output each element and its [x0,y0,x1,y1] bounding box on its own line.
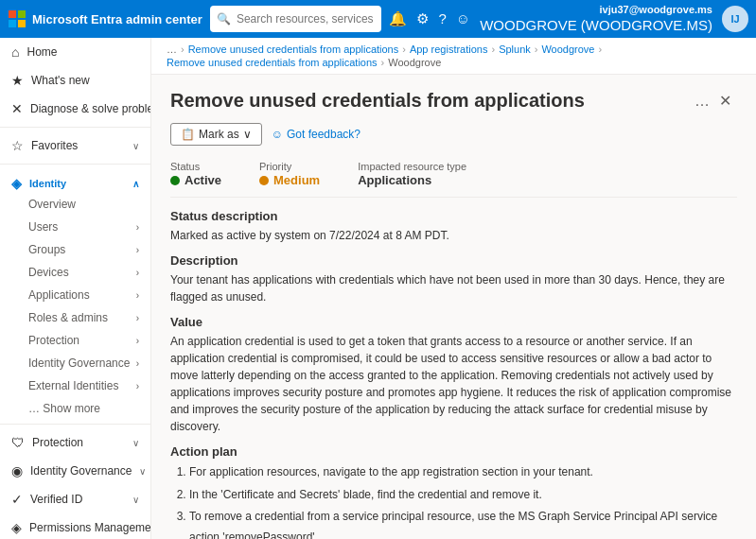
search-input[interactable] [210,6,382,32]
chevron-down-icon: ∨ [132,141,139,151]
sidebar-label-groups: Groups [28,243,65,256]
action-item-1: For application resources, navigate to t… [189,462,737,483]
status-description-text: Marked as active by system on 7/22/2024 … [170,227,737,244]
remove-password-link[interactable]: 'removePassword' [222,530,314,539]
sidebar-item-home[interactable]: ⌂ Home [0,38,150,66]
sidebar-label-diagnose: Diagnose & solve problems [30,102,151,115]
chevron-right-icon: › [136,381,139,391]
impacted-value: Applications [358,173,466,187]
user-avatar[interactable]: IJ [722,6,748,32]
sidebar-item-protection[interactable]: Protection › [0,329,150,352]
description-section: Description Your tenant has applications… [170,253,737,305]
sidebar-item-verified-id[interactable]: ✓ Verified ID ∨ [0,485,150,513]
page-main-content: Remove unused credentials from applicati… [151,75,756,539]
chevron-right-icon: › [136,290,139,301]
diagnose-icon: ✕ [11,101,23,116]
action-item-3: To remove a credential from a service pr… [189,507,737,539]
settings-icon[interactable]: ⚙ [416,10,429,27]
sidebar-label-favorites: Favorites [31,139,78,152]
notification-icon[interactable]: 🔔 [389,10,407,27]
sidebar-label-verified-id: Verified ID [30,493,82,506]
value-section: Value An application credential is used … [170,315,737,435]
sidebar-item-external-identities[interactable]: External Identities › [0,374,150,397]
sidebar-label-applications: Applications [28,288,90,302]
sidebar-item-diagnose[interactable]: ✕ Diagnose & solve problems [0,95,150,123]
breadcrumb-current: Woodgrove [388,57,441,68]
breadcrumb-link-3[interactable]: Splunk [499,43,531,55]
title-ellipsis-icon[interactable]: … [694,93,710,110]
svg-rect-2 [9,20,16,27]
svg-rect-0 [9,10,16,18]
breadcrumb: … › Remove unused credentials from appli… [151,38,756,75]
mark-as-button[interactable]: 📋 Mark as ∨ [170,123,262,146]
content-area: … › Remove unused credentials from appli… [151,38,756,539]
action-plan-list: For application resources, navigate to t… [170,462,737,539]
sidebar: ⌂ Home ★ What's new ✕ Diagnose & solve p… [0,38,151,539]
status-label: Status [170,161,200,172]
page-header: Remove unused credentials from applicati… [170,90,737,112]
chevron-right-icon: › [136,268,139,278]
sidebar-label-identity-governance: Identity Governance [28,356,130,370]
sidebar-item-identity[interactable]: ◈ Identity ∧ [0,168,150,193]
breadcrumb-link-2[interactable]: App registrations [410,43,488,55]
sidebar-divider-2 [0,164,150,165]
breadcrumb-link-1[interactable]: Remove unused credentials from applicati… [188,43,399,55]
status-description-section: Status description Marked as active by s… [170,209,737,244]
sidebar-item-overview[interactable]: Overview [0,193,150,216]
home-icon: ⌂ [11,44,19,60]
sidebar-label-identity: Identity [29,178,66,189]
sidebar-item-applications[interactable]: Applications › [0,284,150,306]
sidebar-item-show-more[interactable]: … Show more [0,397,150,420]
action-plan-title: Action plan [170,444,737,459]
chevron-up-icon: ∧ [132,179,139,189]
sidebar-item-users[interactable]: Users › [0,216,150,238]
status-text: Active [185,173,221,187]
sidebar-divider-3 [0,424,150,425]
search-container: 🔍 [210,6,382,32]
verified-id-icon: ✓ [11,492,23,507]
sidebar-item-roles-admins[interactable]: Roles & admins › [0,306,150,329]
sidebar-label-protection2: Protection [32,436,83,449]
value-title: Value [170,315,737,329]
impacted-text: Applications [358,173,431,187]
sidebar-label-show-more: … Show more [28,402,100,415]
topbar: Microsoft Entra admin center 🔍 🔔 ⚙ ? ☺ i… [0,0,756,38]
sidebar-item-permissions-mgmt[interactable]: ◈ Permissions Management [0,513,150,539]
svg-rect-1 [18,10,26,18]
sidebar-item-devices[interactable]: Devices › [0,261,150,284]
favorites-icon: ☆ [11,138,24,153]
sidebar-item-favorites[interactable]: ☆ Favorites ∨ [0,131,150,160]
sidebar-item-identity-governance2[interactable]: ◉ Identity Governance ∨ [0,457,150,485]
sidebar-label-overview: Overview [28,198,76,211]
feedback-link[interactable]: ☺ Got feedback? [272,128,360,141]
sidebar-item-protection2[interactable]: 🛡 Protection ∨ [0,428,150,457]
mark-as-icon: 📋 [181,128,195,141]
sidebar-item-groups[interactable]: Groups › [0,238,150,261]
chevron-right-icon: › [136,222,139,233]
topbar-actions: 🔔 ⚙ ? ☺ ivju37@woodgrove.ms WOODGROVE (W… [389,3,748,35]
main-layout: ⌂ Home ★ What's new ✕ Diagnose & solve p… [0,38,756,539]
priority-dot [259,176,269,185]
sidebar-label-permissions-mgmt: Permissions Management [29,521,151,534]
action-item-2: In the 'Certificate and Secrets' blade, … [189,485,737,506]
sidebar-item-whats-new[interactable]: ★ What's new [0,66,150,95]
permissions-icon: ◈ [11,520,22,535]
toolbar: 📋 Mark as ∨ ☺ Got feedback? [170,123,737,146]
sidebar-label-devices: Devices [28,266,69,279]
breadcrumb-link-5[interactable]: Remove unused credentials from applicati… [167,57,378,68]
user-email: ivju37@woodgrove.ms [599,3,712,16]
status-block: Status Active [170,159,221,187]
app-logo: Microsoft Entra admin center [8,9,202,28]
sidebar-item-identity-governance[interactable]: Identity Governance › [0,352,150,374]
close-button[interactable]: ✕ [713,90,737,112]
app-name: Microsoft Entra admin center [32,12,202,26]
help-icon[interactable]: ? [438,10,446,26]
sidebar-label-external-identities: External Identities [28,379,118,392]
impacted-label: Impacted resource type [358,161,466,172]
svg-rect-3 [18,20,26,27]
star-icon: ★ [11,73,24,88]
priority-value: Medium [259,173,320,187]
feedback-icon[interactable]: ☺ [456,10,470,26]
chevron-down-icon: ∨ [132,438,139,448]
breadcrumb-link-4[interactable]: Woodgrove [541,43,594,55]
